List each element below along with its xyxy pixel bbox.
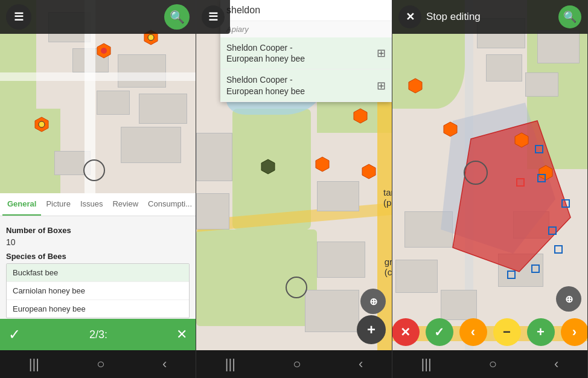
nav-menu-p3[interactable]: ||| [421, 356, 432, 372]
edit-handle-7[interactable] [507, 271, 516, 279]
search-input[interactable] [226, 5, 386, 16]
dropdown-item-1[interactable]: Sheldon Cooper -European honey bee ⊞ [220, 37, 392, 69]
edit-handle-5[interactable] [554, 245, 563, 254]
stop-editing-bar: Stop editing [426, 11, 481, 23]
add-fab-p2[interactable]: + [357, 315, 386, 344]
hex-marker-p3-1[interactable] [407, 77, 424, 94]
menu-button-p1[interactable]: ☰ [6, 4, 31, 30]
circle-marker-p2 [286, 277, 307, 298]
cancel-icon: ✕ [400, 325, 411, 339]
boxes-value: 10 [6, 237, 190, 247]
tab-general[interactable]: General [2, 193, 41, 216]
next-button[interactable]: › [561, 318, 589, 346]
dropdown-item-1-text: Sheldon Cooper -European honey bee [226, 42, 305, 64]
minus-icon: − [503, 324, 511, 340]
hex-marker-p3-3[interactable] [513, 132, 530, 149]
location-fab-p2[interactable]: ⊕ [360, 289, 386, 314]
svg-point-3 [148, 34, 154, 40]
dropdown-section-apiary: Apiary [220, 21, 392, 37]
search-dropdown: Apiary Sheldon Cooper -European honey be… [220, 0, 392, 102]
map-area-panel1: ☰ 🔍 [0, 0, 196, 193]
circle-marker-p1 [83, 159, 105, 181]
stop-editing-label: Stop editing [426, 11, 481, 23]
svg-marker-12 [444, 122, 457, 136]
confirm-icon: ✓ [434, 325, 444, 339]
tabs-row: General Picture Issues Review Consumpti.… [0, 193, 196, 216]
panel-map2: ☰ Apiary Sheldon Cooper -European honey … [196, 0, 392, 378]
edit-handle-2[interactable] [537, 174, 546, 182]
dropdown-item-2[interactable]: Sheldon Cooper -European honey bee ⊞ [220, 69, 392, 101]
dropdown-item-1-icon: ⊞ [377, 46, 386, 60]
plus-icon: + [537, 324, 545, 340]
menu-icon-p2: ☰ [208, 10, 218, 24]
species-item-buckfast[interactable]: Buckfast bee [7, 264, 189, 282]
dropdown-item-2-icon: ⊞ [377, 79, 386, 92]
edit-handle-red[interactable] [516, 178, 525, 187]
svg-marker-13 [515, 133, 528, 147]
svg-marker-9 [362, 164, 375, 179]
progress-text: 2/3: [21, 328, 176, 341]
form-content: General Picture Issues Review Consumpti.… [0, 193, 196, 319]
tab-picture[interactable]: Picture [41, 193, 75, 216]
hex-marker-1[interactable] [95, 42, 112, 59]
edit-handle-4[interactable] [548, 226, 557, 235]
svg-point-1 [101, 48, 107, 54]
location-fab-p3[interactable]: ⊕ [556, 286, 581, 312]
confirm-button[interactable]: ✓ [426, 318, 453, 346]
minus-button[interactable]: − [493, 318, 521, 346]
species-list: Buckfast bee Carniolan honey bee Europea… [6, 263, 190, 318]
location-icon-p3: ⊕ [565, 293, 573, 305]
nav-home-p2[interactable]: ○ [293, 356, 301, 372]
tab-consumpti[interactable]: Consumpti... [143, 193, 196, 216]
svg-marker-7 [316, 157, 329, 171]
edit-handle-1[interactable] [535, 145, 543, 153]
prev-button[interactable]: ‹ [459, 318, 487, 346]
hex-marker-p2-4[interactable] [360, 163, 377, 180]
tab-review[interactable]: Review [107, 193, 143, 216]
circle-marker-p3 [464, 161, 488, 185]
nav-home-p3[interactable]: ○ [489, 356, 497, 372]
search-button-p3[interactable]: 🔍 [558, 5, 581, 28]
progress-bar: ✓ 2/3: ✕ [0, 319, 196, 350]
progress-check: ✓ [8, 326, 21, 343]
nav-back-p3[interactable]: ‹ [554, 356, 558, 372]
panel-form: ☰ 🔍 [0, 0, 196, 378]
nav-menu-p2[interactable]: ||| [225, 356, 235, 372]
boxes-label: Number of Boxes [6, 226, 190, 235]
cancel-button[interactable]: ✕ [392, 318, 420, 346]
hex-marker-3[interactable] [33, 116, 50, 133]
search-button-p1[interactable]: 🔍 [164, 4, 190, 30]
close-button-p3[interactable]: ✕ [398, 5, 421, 28]
hex-marker-p3-2[interactable] [442, 121, 459, 138]
species-label: Species of Bees [6, 252, 190, 261]
nav-back-p2[interactable]: ‹ [359, 356, 363, 372]
species-item-european[interactable]: European honey bee [7, 300, 189, 318]
menu-button-p2[interactable]: ☰ [202, 5, 225, 28]
topbar-panel3: ✕ Stop editing 🔍 [392, 0, 587, 34]
panel-edit: ✕ Stop editing 🔍 [392, 0, 588, 378]
bottom-nav-p3: ||| ○ ‹ [392, 350, 587, 378]
close-icon-p3: ✕ [406, 10, 415, 24]
nav-back-p1[interactable]: ‹ [162, 356, 167, 372]
prev-icon: ‹ [471, 324, 475, 340]
add-icon-p2: + [367, 321, 375, 338]
bottom-nav-p1: ||| ○ ‹ [0, 350, 196, 378]
progress-close[interactable]: ✕ [176, 327, 187, 342]
next-icon: › [572, 324, 577, 340]
nav-menu-p1[interactable]: ||| [29, 356, 39, 372]
edit-handle-6[interactable] [531, 264, 540, 273]
svg-marker-11 [409, 78, 422, 93]
bottom-nav-p2: ||| ○ ‹ [196, 350, 392, 378]
hex-marker-p2-3[interactable] [260, 158, 276, 175]
edit-handle-3[interactable] [561, 199, 570, 208]
nav-home-p1[interactable]: ○ [97, 356, 104, 372]
hex-marker-p2-2[interactable] [314, 156, 331, 173]
hex-marker-p2-5[interactable] [352, 107, 369, 124]
search-input-row [220, 0, 392, 21]
species-item-carniolan[interactable]: Carniolan honey bee [7, 282, 189, 300]
topbar-panel1: ☰ 🔍 [0, 0, 196, 34]
search-icon-p1: 🔍 [170, 10, 185, 24]
svg-marker-8 [261, 159, 275, 174]
plus-button[interactable]: + [527, 318, 555, 346]
tab-issues[interactable]: Issues [75, 193, 108, 216]
